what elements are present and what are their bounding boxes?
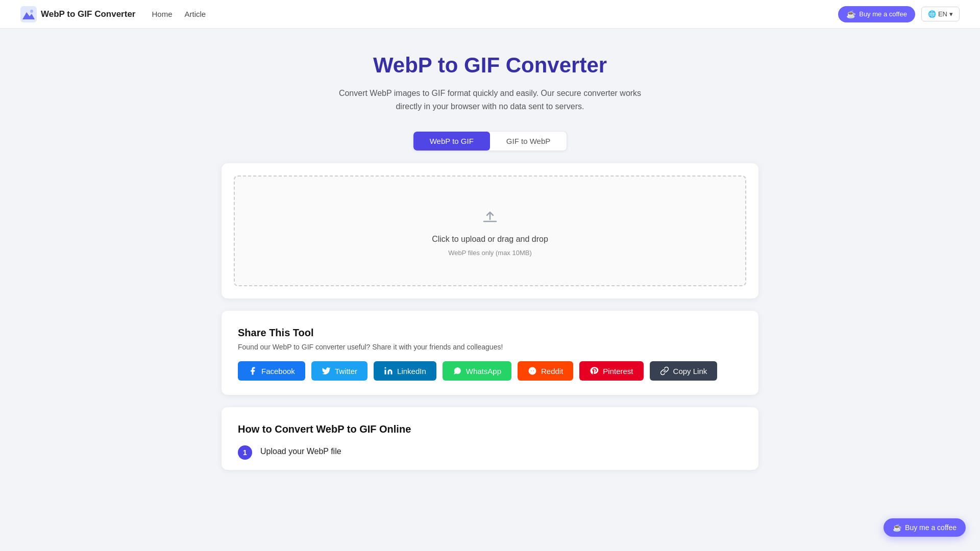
upload-card: Click to upload or drag and drop WebP fi… [222,163,758,298]
chevron-down-icon: ▾ [949,10,953,18]
float-coffee-icon: ☕ [893,523,901,532]
share-linkedin-button[interactable]: LinkedIn [374,361,436,381]
lang-label: EN [938,10,947,18]
coffee-icon: ☕ [846,10,856,19]
share-facebook-button[interactable]: Facebook [238,361,305,381]
svg-point-6 [533,370,534,371]
tab-gif-to-webp[interactable]: GIF to WebP [490,132,567,151]
share-pinterest-label: Pinterest [603,367,633,375]
share-twitter-label: Twitter [335,367,357,375]
svg-point-3 [385,367,386,369]
language-selector[interactable]: 🌐 EN ▾ [921,7,960,21]
share-linkedin-label: LinkedIn [397,367,426,375]
share-whatsapp-label: WhatsApp [466,367,501,375]
tab-container: WebP to GIF GIF to WebP [222,131,758,151]
share-reddit-button[interactable]: Reddit [518,361,573,381]
hero-section: WebP to GIF Converter Convert WebP image… [222,53,758,113]
share-whatsapp-button[interactable]: WhatsApp [443,361,511,381]
copy-link-icon [660,366,669,375]
buy-coffee-button[interactable]: ☕ Buy me a coffee [838,6,915,22]
share-copylink-label: Copy Link [673,367,707,375]
share-title: Share This Tool [238,327,742,339]
nav-home[interactable]: Home [152,10,172,18]
howto-step-1: 1 Upload your WebP file [238,445,742,460]
upload-label: Click to upload or drag and drop [432,235,548,244]
linkedin-icon [384,366,393,375]
share-facebook-label: Facebook [261,367,295,375]
logo-icon [20,6,37,22]
share-section: Share This Tool Found our WebP to GIF co… [222,311,758,395]
step-number-1: 1 [238,445,252,460]
buy-coffee-label: Buy me a coffee [859,10,907,18]
pinterest-icon [590,366,599,375]
twitter-icon [322,366,331,375]
logo-text: WebP to GIF Converter [41,9,135,19]
navbar-left: WebP to GIF Converter Home Article [20,6,206,22]
upload-zone[interactable]: Click to upload or drag and drop WebP fi… [234,176,746,286]
share-buttons: Facebook Twitter LinkedIn WhatsApp Reddi… [238,361,742,381]
navbar: WebP to GIF Converter Home Article ☕ Buy… [0,0,980,29]
upload-hint: WebP files only (max 10MB) [448,249,532,257]
share-reddit-label: Reddit [541,367,563,375]
share-copylink-button[interactable]: Copy Link [650,361,718,381]
svg-point-4 [528,367,536,375]
globe-icon: 🌐 [928,10,936,18]
tab-webp-to-gif[interactable]: WebP to GIF [413,132,490,151]
conversion-tabs: WebP to GIF GIF to WebP [413,131,568,151]
howto-section: How to Convert WebP to GIF Online 1 Uplo… [222,407,758,470]
hero-subtitle: Convert WebP images to GIF format quickl… [337,87,643,113]
float-coffee-label: Buy me a coffee [905,523,957,532]
whatsapp-icon [453,366,462,375]
step-label-1: Upload your WebP file [260,445,341,456]
svg-point-5 [531,370,532,371]
nav-article[interactable]: Article [184,10,206,18]
nav-links: Home Article [152,10,206,18]
howto-title: How to Convert WebP to GIF Online [238,423,742,435]
logo-area: WebP to GIF Converter [20,6,135,22]
navbar-right: ☕ Buy me a coffee 🌐 EN ▾ [838,6,960,22]
reddit-icon [528,366,537,375]
svg-rect-0 [20,6,37,22]
share-pinterest-button[interactable]: Pinterest [579,361,643,381]
float-coffee-button[interactable]: ☕ Buy me a coffee [884,518,966,537]
page-title: WebP to GIF Converter [222,53,758,78]
share-desc: Found our WebP to GIF converter useful? … [238,343,742,351]
svg-point-2 [30,10,33,13]
main-content: WebP to GIF Converter Convert WebP image… [209,29,771,490]
facebook-icon [248,366,257,375]
share-twitter-button[interactable]: Twitter [311,361,368,381]
upload-icon [479,205,501,230]
